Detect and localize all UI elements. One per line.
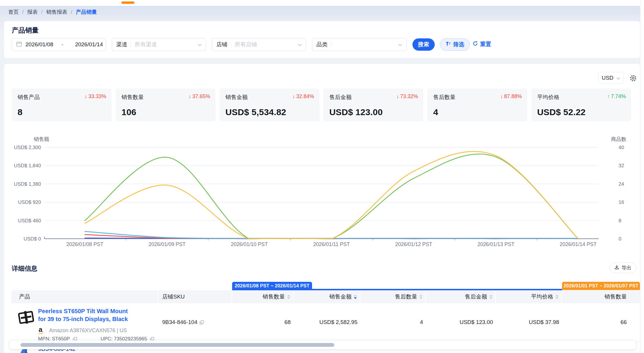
product-image[interactable] bbox=[17, 308, 35, 328]
arrow-down-icon: ↓ bbox=[292, 93, 295, 100]
arrow-down-icon: ↓ bbox=[85, 93, 87, 100]
sales-trend-chart: USD$ 00USD$ 4608USD$ 92016USD$ 1,38024US… bbox=[4, 136, 640, 253]
date-end-value[interactable]: 2026/01/14 bbox=[75, 41, 103, 48]
product-sales-report-page: 首页 / 报表 / 销售报表 / 产品销量 产品销量 2026/01/08 - … bbox=[0, 0, 644, 353]
date-range-separator: - bbox=[61, 41, 63, 48]
sort-icons[interactable] bbox=[287, 295, 290, 299]
previous-period-badge: 2026/01/01 PST ~ 2026/01/07 PST bbox=[562, 282, 640, 290]
calendar-icon bbox=[16, 41, 22, 48]
channel-select-placeholder: 所有渠道 bbox=[135, 41, 157, 48]
col-header-aftersales-qty[interactable]: 售后数量 bbox=[360, 290, 425, 303]
sort-icons[interactable] bbox=[489, 295, 492, 299]
vertical-scrollbar-track[interactable] bbox=[640, 0, 644, 353]
breadcrumb: 首页 / 报表 / 销售报表 / 产品销量 bbox=[8, 8, 97, 16]
svg-text:2026/01/14 PST: 2026/01/14 PST bbox=[560, 241, 597, 247]
currency-select[interactable]: USD bbox=[598, 72, 624, 84]
currency-value: USD bbox=[602, 75, 613, 81]
kpi-sold-products: 销售产品 ↓33.33% 8 bbox=[12, 88, 112, 121]
category-select[interactable]: 品类 bbox=[312, 38, 407, 51]
sales-amount-cell: USD$ 2,582.95 bbox=[294, 303, 360, 341]
svg-text:USD$ 460: USD$ 460 bbox=[18, 218, 41, 224]
funnel-icon bbox=[446, 41, 451, 48]
col-header-avg-price[interactable]: 平均价格 bbox=[496, 290, 561, 303]
col-header-sales-qty[interactable]: 销售数量 bbox=[232, 290, 293, 303]
sort-icons[interactable] bbox=[419, 295, 422, 299]
svg-text:销售额: 销售额 bbox=[34, 136, 49, 142]
date-start-value[interactable]: 2026/01/08 bbox=[25, 41, 53, 48]
svg-text:24: 24 bbox=[619, 181, 624, 187]
channel-select[interactable]: 渠道 所有渠道 bbox=[112, 38, 206, 51]
delta-badge: ↑7.74% bbox=[607, 93, 626, 100]
svg-text:USD$ 1,380: USD$ 1,380 bbox=[14, 181, 41, 187]
table-header: 产品 店铺SKU 销售数量 销售金额 售后数量 售后金额 平均价 bbox=[11, 290, 640, 303]
aftersales-amount-cell: USD$ 123.00 bbox=[426, 303, 496, 341]
divider bbox=[131, 42, 131, 47]
col-header-prev-sales-qty: 销售数量 bbox=[562, 290, 640, 303]
reset-button[interactable]: 重置 bbox=[472, 40, 491, 48]
svg-text:2026/01/12 PST: 2026/01/12 PST bbox=[395, 241, 432, 247]
store-sku-cell: 9B34-846-104 bbox=[158, 303, 232, 341]
kpi-cards: 销售产品 ↓33.33% 8 销售数量 ↓37.65% 106 销售金额 ↓32… bbox=[12, 88, 632, 121]
kpi-average-price: 平均价格 ↑7.74% USD$ 52.22 bbox=[531, 88, 631, 121]
svg-text:2026/01/08 PST: 2026/01/08 PST bbox=[66, 241, 104, 247]
settings-gear-icon[interactable] bbox=[629, 74, 637, 83]
chevron-down-icon bbox=[398, 41, 402, 48]
filter-card: 产品销量 2026/01/08 - 2026/01/14 渠道 所有渠道 店铺 … bbox=[4, 21, 640, 58]
report-card: USD 销售产品 ↓33.33% 8 销售数量 ↓37.65% 106 bbox=[4, 64, 640, 353]
divider bbox=[331, 42, 331, 47]
svg-text:2026/01/10 PST: 2026/01/10 PST bbox=[231, 241, 268, 247]
breadcrumb-reports[interactable]: 报表 bbox=[27, 8, 38, 16]
store-select[interactable]: 店铺 所有店铺 bbox=[212, 38, 306, 51]
col-header-aftersales-amount[interactable]: 售后金额 bbox=[426, 290, 495, 303]
svg-text:USD$ 1,840: USD$ 1,840 bbox=[14, 163, 41, 168]
breadcrumb-home[interactable]: 首页 bbox=[8, 8, 19, 16]
download-icon bbox=[614, 265, 619, 271]
breadcrumb-sales-reports[interactable]: 销售报表 bbox=[46, 8, 67, 16]
arrow-down-icon: ↓ bbox=[396, 93, 399, 100]
category-select-label: 品类 bbox=[316, 41, 328, 48]
divider bbox=[231, 42, 231, 47]
date-range-picker[interactable]: 2026/01/08 - 2026/01/14 bbox=[12, 38, 106, 51]
sort-icons[interactable] bbox=[354, 295, 357, 299]
store-select-placeholder: 所有店铺 bbox=[235, 41, 257, 48]
arrow-down-icon: ↓ bbox=[500, 93, 503, 100]
svg-text:2026/01/09 PST: 2026/01/09 PST bbox=[149, 241, 186, 247]
browser-top-strip bbox=[0, 0, 644, 6]
sort-icons[interactable] bbox=[556, 295, 559, 299]
arrow-down-icon: ↓ bbox=[189, 93, 191, 100]
horizontal-scrollbar[interactable] bbox=[9, 340, 636, 349]
sku-text: 9B34-846-104 bbox=[162, 319, 197, 325]
svg-text:8: 8 bbox=[619, 218, 621, 224]
filter-button[interactable]: 筛选 bbox=[440, 38, 470, 51]
chevron-down-icon bbox=[616, 75, 620, 81]
amazon-icon: a bbox=[38, 327, 43, 334]
kpi-aftersales-qty: 售后数量 ↓87.88% 4 bbox=[427, 88, 527, 121]
export-button[interactable]: 导出 bbox=[609, 262, 636, 273]
delta-badge: ↓37.65% bbox=[189, 93, 210, 100]
svg-text:16: 16 bbox=[619, 199, 624, 205]
col-header-sales-amount[interactable]: 销售金额 bbox=[294, 290, 360, 303]
breadcrumb-separator: / bbox=[41, 9, 43, 15]
horizontal-scrollbar-thumb[interactable] bbox=[20, 343, 334, 347]
search-button[interactable]: 搜索 bbox=[412, 38, 435, 51]
active-tab-indicator bbox=[121, 1, 134, 4]
svg-text:2026/01/13 PST: 2026/01/13 PST bbox=[477, 241, 515, 247]
col-header-store-sku: 店铺SKU bbox=[158, 290, 232, 303]
chevron-down-icon bbox=[198, 41, 202, 48]
col-header-product: 产品 bbox=[11, 290, 157, 303]
marketplace-row: a Amazon A3876XVCAXN576 | US bbox=[38, 327, 127, 334]
breadcrumb-separator: / bbox=[22, 9, 24, 15]
breadcrumb-separator: / bbox=[71, 9, 72, 15]
product-cell: Peerless ST650P Tilt Wall Mount for 39 t… bbox=[11, 303, 158, 341]
kpi-sales-amount: 销售金额 ↓32.84% USD$ 5,534.82 bbox=[220, 88, 319, 121]
channel-select-label: 渠道 bbox=[116, 41, 127, 48]
delta-badge: ↓87.88% bbox=[500, 93, 522, 100]
copy-icon[interactable] bbox=[200, 320, 204, 325]
svg-text:USD$ 2,300: USD$ 2,300 bbox=[14, 145, 41, 150]
breadcrumb-current: 产品销量 bbox=[76, 8, 97, 16]
product-title-link[interactable]: Peerless ST650P Tilt Wall Mount for 39 t… bbox=[38, 307, 135, 323]
svg-text:USD$ 0: USD$ 0 bbox=[23, 236, 41, 242]
chevron-down-icon bbox=[298, 41, 302, 48]
store-select-label: 店铺 bbox=[216, 41, 227, 48]
svg-text:32: 32 bbox=[619, 163, 624, 168]
